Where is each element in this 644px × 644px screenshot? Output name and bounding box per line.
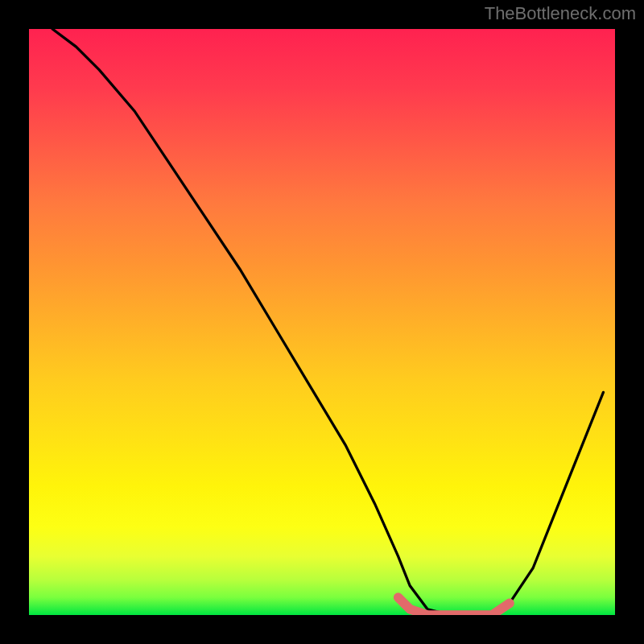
watermark-label: TheBottleneck.com — [485, 3, 636, 24]
chart-container: TheBottleneck.com — [0, 0, 644, 644]
chart-svg — [29, 29, 615, 615]
plot-area — [29, 29, 615, 615]
bottleneck-curve — [52, 29, 603, 615]
valley-highlight — [398, 597, 510, 615]
